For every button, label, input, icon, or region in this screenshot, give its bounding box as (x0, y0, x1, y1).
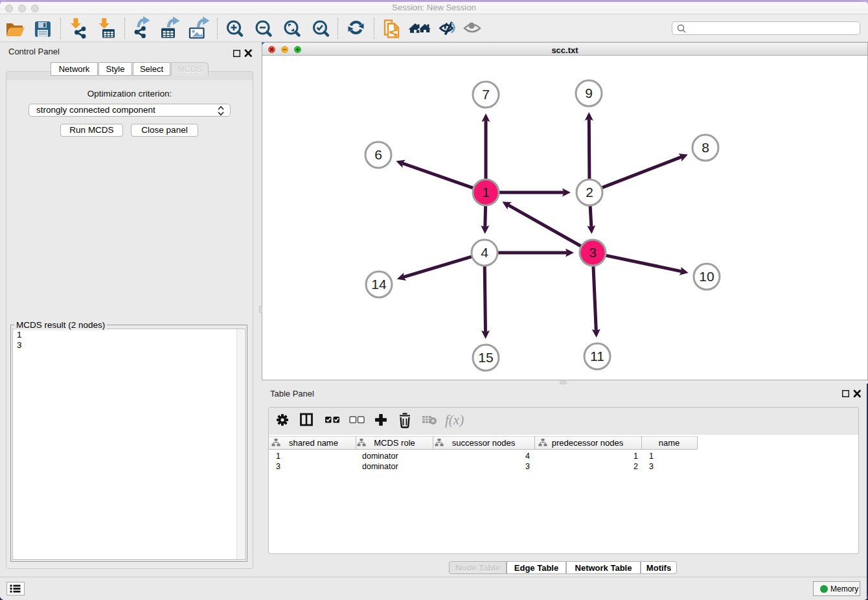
svg-text:10: 10 (699, 269, 714, 284)
svg-text:f(x): f(x) (445, 412, 464, 428)
svg-text:11: 11 (590, 349, 604, 363)
svg-text:4: 4 (481, 245, 488, 260)
svg-text:15: 15 (478, 350, 493, 365)
svg-text:2: 2 (586, 185, 593, 200)
svg-text:7: 7 (482, 87, 490, 102)
svg-text:8: 8 (702, 140, 709, 155)
svg-text:1: 1 (482, 185, 490, 200)
svg-text:14: 14 (371, 277, 387, 292)
svg-text:3: 3 (589, 245, 597, 260)
svg-text:6: 6 (374, 147, 382, 162)
svg-text:9: 9 (585, 86, 593, 100)
